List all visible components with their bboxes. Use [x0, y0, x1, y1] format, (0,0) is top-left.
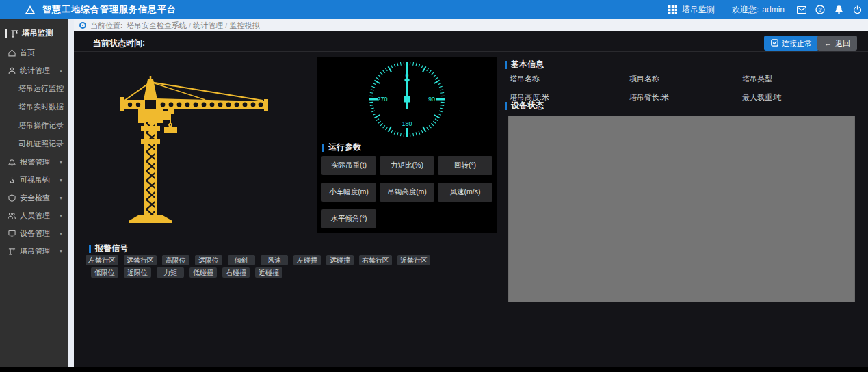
device-status-placeholder: [508, 116, 855, 302]
sidebar-subitem-crane-realtime-data[interactable]: 塔吊实时数据: [0, 98, 68, 116]
alarm-signal-tag: 远碰撞: [326, 255, 354, 265]
sidebar-item-safety-check[interactable]: 安全检查▾: [0, 189, 68, 207]
compass-label-left: 270: [377, 96, 387, 103]
alarm-signal-tag: 近限位: [124, 267, 151, 278]
sidebar-gutter: [68, 19, 74, 367]
checkbox-check-icon: [771, 39, 778, 48]
sidebar-menu: 首页统计管理▴塔吊运行监控塔吊实时数据塔吊操作记录司机证照记录报警管理▾可视吊钩…: [0, 44, 68, 260]
basic-info-field: 项目名称: [629, 74, 742, 84]
tower-crane-illustration: [103, 75, 280, 229]
app-root: 智慧工地综合管理服务信息平台 塔吊监测 欢迎您: admin: [0, 0, 868, 372]
alarm-signal-tag: 近碰撞: [255, 267, 282, 278]
app-title: 智慧工地综合管理服务信息平台: [42, 3, 176, 16]
alarm-signals-title: 报警信号: [89, 243, 128, 254]
run-params-title: 运行参数: [322, 142, 361, 153]
help-icon[interactable]: ?: [815, 4, 826, 15]
tower-icon: [8, 247, 16, 255]
breadcrumb-prefix: 当前位置:: [90, 21, 122, 31]
sidebar-item-personnel-mgmt[interactable]: 人员管理▾: [0, 207, 68, 224]
username[interactable]: admin: [762, 5, 785, 14]
sidebar-subitem-crane-operation-log[interactable]: 塔吊操作记录: [0, 116, 68, 135]
module-switcher[interactable]: 塔吊监测: [668, 4, 715, 16]
sidebar-subitem-crane-run-monitor[interactable]: 塔吊运行监控: [0, 79, 68, 98]
alarm-signal-row-2: 低限位近限位力矩低碰撞右碰撞近碰撞: [91, 267, 282, 278]
sidebar-header-bar: [5, 29, 7, 38]
alarm-signal-tag: 倾斜: [228, 255, 255, 265]
sidebar-item-visual-hook[interactable]: 可视吊钩▾: [0, 171, 68, 189]
breadcrumb: 当前位置: 塔吊安全检查系统 / 统计管理 / 监控模拟: [74, 19, 868, 31]
alarm-signal-tag: 右碰撞: [222, 267, 250, 278]
grid-icon: [668, 4, 679, 15]
bottom-strip: [0, 367, 868, 372]
chevron-down-icon: ▾: [60, 230, 62, 237]
sidebar-item-home[interactable]: 首页: [0, 44, 68, 62]
alarm-signal-tag: 远限位: [195, 255, 222, 265]
sidebar-item-label: 报警管理: [20, 157, 50, 168]
compass-label-bottom: 180: [402, 120, 412, 127]
status-time-label: 当前状态时间:: [93, 38, 145, 49]
alarm-signal-tag: 近禁行区: [397, 255, 430, 265]
device-status-title: 设备状态: [505, 100, 544, 111]
main-content: 当前状态时间: 连接正常 ← 返回: [74, 31, 868, 367]
back-button[interactable]: ← 返回: [817, 36, 857, 51]
alarm-signal-tag: 低碰撞: [189, 267, 217, 278]
sidebar-item-label: 可视吊钩: [20, 175, 50, 185]
run-param-tile: 力矩比(%): [380, 156, 434, 175]
top-header: 智慧工地综合管理服务信息平台 塔吊监测 欢迎您: admin: [0, 0, 868, 19]
tower-crane-icon: [10, 29, 18, 38]
sidebar-item-alarm-mgmt[interactable]: 报警管理▾: [0, 153, 68, 171]
run-param-tile: 小车幅度(m): [321, 183, 376, 202]
welcome-text: 欢迎您: admin: [732, 4, 785, 16]
sidebar-item-label: 人员管理: [20, 211, 50, 221]
alarm-signal-tag: 高限位: [162, 255, 189, 265]
people-icon: [8, 211, 16, 220]
sidebar-item-crane-mgmt[interactable]: 塔吊管理▾: [0, 242, 68, 260]
alarm-signal-tag: 右禁行区: [359, 255, 392, 265]
breadcrumb-part: 塔吊安全检查系统: [127, 21, 187, 29]
sidebar-item-label: 首页: [20, 48, 35, 58]
chevron-down-icon: ▾: [60, 159, 62, 165]
sidebar-item-label: 塔吊管理: [20, 246, 50, 256]
basic-info-field: 最大载重:吨: [742, 92, 865, 103]
chevron-down-icon: ▾: [60, 213, 62, 219]
chevron-down-icon: ▾: [60, 195, 62, 201]
basic-info-grid: 塔吊名称项目名称塔吊类型塔吊高度:米塔吊臂长:米最大载重:吨: [510, 74, 865, 103]
sidebar-subitem-driver-license-log[interactable]: 司机证照记录: [0, 135, 68, 153]
rotation-compass-gauge: 0 90 180 270: [317, 57, 497, 142]
sidebar: 塔吊监测 首页统计管理▴塔吊运行监控塔吊实时数据塔吊操作记录司机证照记录报警管理…: [0, 19, 68, 367]
home-icon: [8, 49, 16, 57]
chevron-down-icon: ▾: [60, 248, 62, 254]
arrow-left-icon: ←: [824, 39, 832, 47]
run-param-tile: 风速(m/s): [438, 183, 492, 202]
svg-text:?: ?: [818, 6, 821, 13]
monitor-panel: 0 90 180 270 运行参数 实际吊重(t)力矩比(%)回转(°)小车幅度…: [317, 57, 497, 233]
alarm-icon: [8, 158, 16, 166]
stats-icon: [8, 66, 16, 75]
breadcrumb-parts: 塔吊安全检查系统 / 统计管理 / 监控模拟: [127, 21, 259, 31]
sidebar-header-label: 塔吊监测: [22, 28, 53, 38]
power-icon[interactable]: [852, 4, 863, 15]
module-label: 塔吊监测: [682, 4, 715, 16]
sidebar-item-label: 设备管理: [20, 228, 50, 239]
run-param-tile: 水平倾角(°): [321, 209, 376, 228]
sidebar-item-equipment-mgmt[interactable]: 设备管理▾: [0, 224, 68, 242]
sidebar-header: 塔吊监测: [0, 19, 68, 44]
chevron-down-icon: ▾: [60, 177, 62, 183]
connect-status-button[interactable]: 连接正常: [764, 36, 819, 51]
sidebar-item-stats[interactable]: 统计管理▴: [0, 62, 68, 79]
alarm-signal-tag: 左碰撞: [293, 255, 321, 265]
basic-info-title: 基本信息: [505, 59, 544, 70]
breadcrumb-part: 监控模拟: [229, 21, 259, 29]
sidebar-item-label: 安全检查: [20, 193, 50, 203]
basic-info-field: 塔吊类型: [742, 74, 865, 84]
alarm-signal-row-1: 左禁行区远禁行区高限位远限位倾斜风速左碰撞远碰撞右禁行区近禁行区: [86, 255, 430, 265]
mail-icon[interactable]: [796, 4, 807, 15]
alarm-signal-tag: 力矩: [157, 267, 184, 278]
shield-icon: [8, 194, 16, 202]
bell-icon[interactable]: [833, 4, 844, 15]
alarm-signal-tag: 左禁行区: [86, 255, 118, 265]
location-icon: [79, 22, 86, 29]
alarm-signal-tag: 低限位: [91, 267, 118, 278]
compass-label-right: 90: [428, 96, 435, 103]
breadcrumb-part: 统计管理: [193, 21, 223, 29]
